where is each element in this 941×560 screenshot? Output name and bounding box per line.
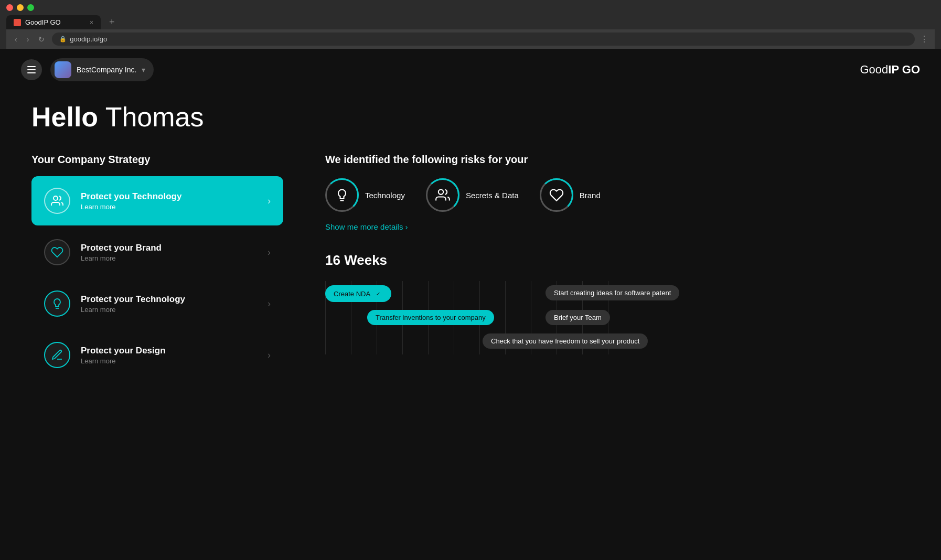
browser-chrome: GoodIP GO × + ‹ › ↻ 🔒 goodip.io/go ⋮ [0,0,941,49]
svg-point-1 [439,190,443,195]
traffic-lights [6,4,935,11]
pencil-icon [51,349,63,361]
refresh-button[interactable]: ↻ [36,35,47,44]
company-logo [55,61,71,78]
brand-logo: GoodIP GO [860,63,920,77]
card-subtitle-brand: Learn more [81,254,257,262]
hamburger-line-3 [27,72,36,73]
task-brief[interactable]: Brief your Team [546,310,610,325]
card-arrow-tech-active: › [268,196,271,207]
task-freedom-label: Check that you have freedom to sell your… [491,337,639,345]
strategy-section-title: Your Company Strategy [31,154,283,166]
card-title-technology: Protect your Technology [81,294,257,305]
greeting-hello: Hello [31,102,98,132]
card-arrow-brand: › [268,247,271,258]
show-more-link[interactable]: Show me more details › [325,222,910,231]
hamburger-button[interactable] [21,59,42,80]
back-button[interactable]: ‹ [13,35,19,44]
chevron-down-icon: ▾ [142,66,145,74]
task-nda-check: ✓ [373,289,383,298]
task-freedom[interactable]: Check that you have freedom to sell your… [483,333,648,349]
hamburger-line-2 [27,69,36,70]
card-subtitle-technology: Learn more [81,306,257,314]
card-title-brand: Protect your Brand [81,243,257,253]
timeline-header: 16 Weeks [325,252,910,268]
company-name: BestCompany Inc. [77,66,136,74]
card-icon-design [44,342,70,368]
risk-item-secrets: Secrets & Data [426,178,519,212]
tab-favicon [14,19,21,26]
url-text: goodip.io/go [70,35,107,43]
bulb-icon [51,297,63,310]
app-wrapper: BestCompany Inc. ▾ GoodIP GO Hello Thoma… [0,49,941,560]
company-selector[interactable]: BestCompany Inc. ▾ [50,58,154,81]
card-icon-brand [44,239,70,265]
content-columns: Your Company Strategy [31,154,910,382]
brand-bold: IP GO [888,63,920,76]
card-arrow-design: › [268,350,271,361]
task-nda[interactable]: Create NDA ✓ [325,285,391,302]
brand-prefix: Good [860,63,888,76]
card-text-design: Protect your Design Learn more [81,346,257,365]
greeting-name: Thomas [105,102,204,132]
risk-circle-technology [325,178,359,212]
card-text-technology: Protect your Technology Learn more [81,294,257,314]
svg-point-0 [54,196,58,200]
strategy-card-brand[interactable]: Protect your Brand Learn more › [31,228,283,277]
timeline-grid: Create NDA ✓ Transfer inventions to your… [325,281,910,354]
tab-title: GoodIP GO [25,18,61,26]
greeting-heading: Hello Thomas [31,101,910,133]
browser-menu-button[interactable]: ⋮ [920,34,928,44]
timeline-section: 16 Weeks [325,252,910,354]
task-nda-label: Create NDA [334,290,370,298]
show-more-arrow: › [405,222,408,231]
timeline-tasks: Create NDA ✓ Transfer inventions to your… [325,281,910,354]
users-icon [51,195,63,207]
risk-label-technology: Technology [365,191,405,200]
lock-icon: 🔒 [59,36,67,42]
left-column: Your Company Strategy [31,154,283,382]
new-tab-button[interactable]: + [105,17,119,28]
card-subtitle-design: Learn more [81,357,257,365]
nav-left: BestCompany Inc. ▾ [21,58,154,81]
card-text-tech-active: Protect you Technology Learn more [81,191,257,211]
show-more-text: Show me more details [325,222,403,231]
strategy-card-technology[interactable]: Protect your Technology Learn more › [31,279,283,328]
task-transfer-label: Transfer inventions to your company [376,314,486,321]
close-traffic-light[interactable] [6,4,13,11]
risk-circle-brand [540,178,573,212]
risk-circle-secrets [426,178,459,212]
card-title-design: Protect your Design [81,346,257,356]
address-bar: ‹ › ↻ 🔒 goodip.io/go ⋮ [6,29,935,49]
risk-label-brand: Brand [580,191,601,200]
right-column: We identified the following risks for yo… [325,154,910,382]
task-patent-label: Start creating ideas for software patent [554,289,671,297]
fullscreen-traffic-light[interactable] [27,4,34,11]
strategy-card-tech-active[interactable]: Protect you Technology Learn more › [31,176,283,225]
risks-section-title: We identified the following risks for yo… [325,154,910,166]
card-text-brand: Protect your Brand Learn more [81,243,257,262]
risk-bulb-icon [335,188,349,202]
tab-close-button[interactable]: × [90,19,93,26]
risk-item-brand: Brand [540,178,601,212]
card-title-tech-active: Protect you Technology [81,191,257,202]
url-field[interactable]: 🔒 goodip.io/go [52,33,915,46]
task-transfer[interactable]: Transfer inventions to your company [367,310,494,325]
card-icon-technology [44,290,70,317]
risk-label-secrets: Secrets & Data [466,191,519,200]
risks-icons: Technology Secrets & Data [325,178,910,212]
forward-button[interactable]: › [25,35,31,44]
hamburger-line-1 [27,66,36,67]
task-patent[interactable]: Start creating ideas for software patent [546,285,679,300]
active-tab[interactable]: GoodIP GO × [6,15,101,29]
card-icon-tech-active [44,188,70,214]
top-nav: BestCompany Inc. ▾ GoodIP GO [0,49,941,91]
heart-icon [51,246,63,259]
risk-people-icon [435,188,450,202]
risk-heart-icon [549,188,564,202]
risk-item-technology: Technology [325,178,405,212]
card-arrow-technology: › [268,298,271,309]
task-brief-label: Brief your Team [554,314,602,321]
strategy-card-design[interactable]: Protect your Design Learn more › [31,330,283,380]
minimize-traffic-light[interactable] [17,4,24,11]
